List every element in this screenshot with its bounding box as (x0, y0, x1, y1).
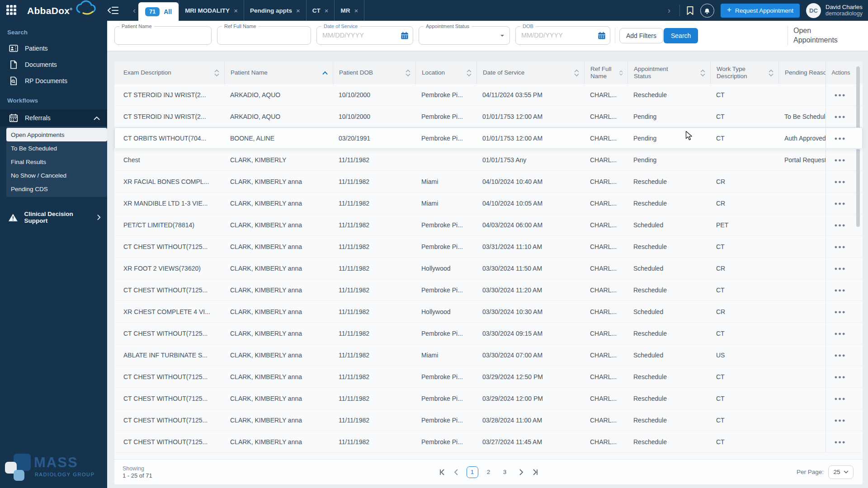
tab-close-icon[interactable]: × (354, 7, 358, 14)
sort-icon[interactable] (574, 69, 580, 77)
sort-icon[interactable] (768, 69, 774, 77)
row-menu-icon[interactable]: ●●● (835, 374, 846, 380)
ref-full-name-input[interactable] (217, 27, 292, 44)
page-number-button[interactable]: 3 (499, 466, 511, 478)
patient-name-input[interactable] (115, 27, 193, 44)
table-row[interactable]: XR CHEST COMPLETE 4 VI... CLARK, KIMBERL… (114, 301, 863, 323)
row-menu-icon[interactable]: ●●● (835, 309, 846, 314)
next-page-icon[interactable] (516, 468, 525, 477)
row-menu-icon[interactable]: ●●● (835, 114, 846, 119)
tab-close-icon[interactable]: × (234, 7, 238, 14)
row-menu-icon[interactable]: ●●● (835, 92, 846, 98)
row-menu-icon[interactable]: ●●● (835, 244, 846, 249)
tabs-scroll-left-icon[interactable]: ‹ (130, 5, 138, 15)
row-menu-icon[interactable]: ●●● (835, 179, 846, 184)
page-number-button[interactable]: 1 (467, 466, 478, 478)
sidebar-item-clinical-decision-support[interactable]: Clinical Decision Support (0, 211, 107, 224)
row-menu-icon[interactable]: ●●● (835, 396, 846, 401)
last-page-icon[interactable] (531, 468, 540, 477)
user-info[interactable]: David Charles demoradiology (826, 4, 863, 17)
column-header-exam-description[interactable]: Exam Description (114, 61, 225, 84)
page-number-button[interactable]: 2 (483, 466, 495, 478)
submenu-item[interactable]: Open Appointments (6, 128, 107, 141)
abbadox-logo[interactable]: AbbaDox® (27, 1, 95, 19)
patient-name-field[interactable]: Patient Name (114, 26, 212, 45)
table-row[interactable]: XR FACIAL BONES COMPL... CLARK, KIMBERLY… (114, 171, 863, 192)
table-row[interactable]: CT CHEST WITHOUT(7125... CLARK, KIMBERLY… (114, 431, 863, 453)
sidebar-item-documents[interactable]: Documents (0, 56, 107, 73)
collapse-sidebar-icon[interactable] (108, 6, 118, 14)
notifications-bell-icon[interactable] (700, 4, 714, 18)
tab[interactable]: CT × (307, 0, 335, 21)
dob-field[interactable]: DOB MM/DD/YYYY (515, 26, 610, 45)
table-row[interactable]: CT CHEST WITHOUT(7125... CLARK, KIMBERLY… (114, 323, 863, 344)
column-header-ref-full-name[interactable]: Ref Full Name (585, 61, 628, 84)
submenu-item[interactable]: No Show / Canceled (6, 169, 107, 182)
row-menu-icon[interactable]: ●●● (835, 418, 846, 423)
bookmark-icon[interactable] (686, 6, 694, 15)
table-row[interactable]: CT STEROID INJ WRIST(2... ARKADIO, AQUO … (114, 106, 863, 127)
sort-icon[interactable] (700, 69, 706, 77)
tabs-scroll-right-icon[interactable]: › (665, 5, 673, 15)
user-avatar[interactable]: DC (806, 3, 821, 18)
per-page-select[interactable]: 25 (828, 465, 854, 479)
appointment-status-select[interactable]: Appointment Status (419, 26, 510, 45)
tab-close-icon[interactable]: × (296, 7, 300, 14)
date-of-service-field[interactable]: Date of Service MM/DD/YYYY (316, 26, 413, 45)
row-menu-icon[interactable]: ●●● (835, 201, 846, 206)
ref-full-name-field[interactable]: Ref Full Name (217, 26, 311, 45)
column-header-pending-reason[interactable]: Pending Reason (779, 61, 826, 84)
sidebar-item-rp-documents[interactable]: RP Documents (0, 73, 107, 89)
table-row[interactable]: CT STEROID INJ WRIST(2... ARKADIO, AQUO … (114, 84, 863, 106)
tab[interactable]: Pending appts × (244, 0, 306, 21)
column-header-patient-dob[interactable]: Patient DOB (333, 61, 416, 84)
table-row[interactable]: PET/CT LIMITED(78814) CLARK, KIMBERLY an… (114, 214, 863, 236)
submenu-item[interactable]: To Be Scheduled (6, 141, 107, 155)
tab[interactable]: MRI MODALITY × (179, 0, 244, 21)
table-row[interactable]: XR FOOT 2 VIEWS(73620) CLARK, KIMBERLY a… (114, 258, 863, 279)
apps-grid-icon[interactable] (6, 5, 17, 16)
sidebar-item-patients[interactable]: Patients (0, 40, 107, 56)
table-row[interactable]: CT CHEST WITHOUT(7125... CLARK, KIMBERLY… (114, 236, 863, 258)
request-appointment-button[interactable]: + Request Appointment (721, 4, 800, 18)
row-menu-icon[interactable]: ●●● (835, 287, 846, 293)
row-menu-icon[interactable]: ●●● (835, 331, 846, 336)
submenu-item[interactable]: Final Results (6, 155, 107, 169)
table-row[interactable]: Chest CLARK, KIMBERLY 11/11/1982 01/01/1… (114, 149, 863, 171)
table-row[interactable]: CT CHEST WITHOUT(7125... CLARK, KIMBERLY… (114, 366, 863, 388)
submenu-item[interactable]: Pending CDS (6, 182, 107, 196)
row-menu-icon[interactable]: ●●● (835, 222, 846, 228)
search-button[interactable]: Search (664, 28, 698, 43)
row-menu-icon[interactable]: ●●● (835, 266, 846, 271)
row-menu-icon[interactable]: ●●● (835, 157, 846, 163)
previous-page-icon[interactable] (452, 468, 461, 477)
tab-close-icon[interactable]: × (325, 7, 329, 14)
sort-icon[interactable] (619, 69, 623, 77)
sort-icon[interactable] (405, 69, 411, 77)
column-header-date-of-service[interactable]: Date of Service (477, 61, 585, 84)
table-row[interactable]: CT CHEST WITHOUT(7125... CLARK, KIMBERLY… (114, 388, 863, 409)
table-row[interactable]: XR MANDIBLE LTD 1-3 VIE... CLARK, KIMBER… (114, 192, 863, 214)
sidebar-item-referrals[interactable]: Referrals (0, 109, 107, 127)
row-menu-icon[interactable]: ●●● (835, 352, 846, 358)
table-row[interactable]: CT ORBITS WITHOUT(704... BOONE, ALINE 03… (114, 127, 863, 149)
sort-icon[interactable] (214, 69, 220, 77)
calendar-icon[interactable] (598, 32, 606, 40)
row-menu-icon[interactable]: ●●● (835, 439, 846, 445)
calendar-icon[interactable] (401, 32, 409, 40)
dropdown-arrow-icon[interactable] (500, 35, 504, 38)
sort-asc-icon[interactable] (322, 71, 328, 75)
tab[interactable]: MR × (335, 0, 364, 21)
column-header-appointment-status[interactable]: Appointment Status (628, 61, 711, 84)
column-header-location[interactable]: Location (416, 61, 477, 84)
row-menu-icon[interactable]: ●●● (835, 136, 846, 141)
column-header-patient-name[interactable]: Patient Name (225, 61, 333, 84)
column-header-work-type-description[interactable]: Work Type Description (711, 61, 779, 84)
table-row[interactable]: ABLATE INF TURBINATE S... CLARK, KIMBERL… (114, 344, 863, 366)
first-page-icon[interactable] (438, 468, 447, 477)
tab-all-active[interactable]: 71 All (138, 2, 179, 21)
table-row[interactable]: CT CHEST WITHOUT(7125... CLARK, KIMBERLY… (114, 279, 863, 301)
table-row[interactable]: CT CHEST WITHOUT(7125... CLARK, KIMBERLY… (114, 409, 863, 431)
add-filters-button[interactable]: Add Filters (619, 28, 663, 43)
sort-icon[interactable] (466, 69, 472, 77)
